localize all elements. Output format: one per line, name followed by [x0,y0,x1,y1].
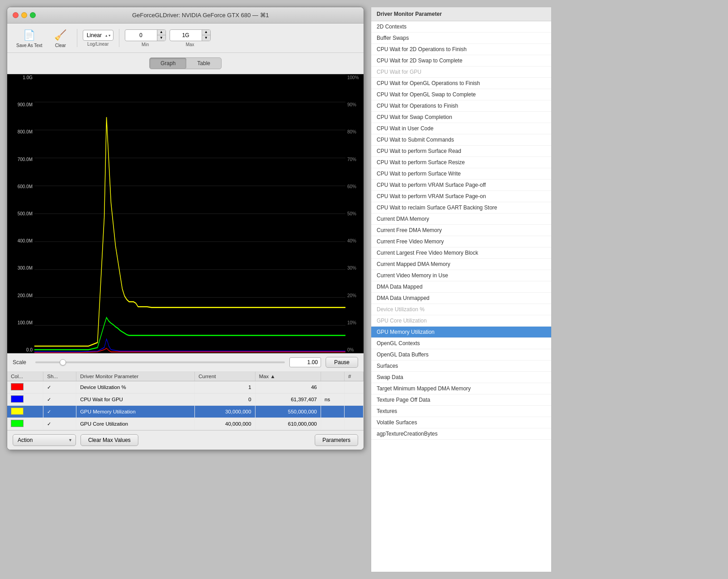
y-pct-8: 80% [347,129,362,134]
param-list-item[interactable]: 2D Contexts [371,21,551,33]
col-header-show[interactable]: Sh... [43,372,76,381]
clear-button[interactable]: 🧹 Clear [50,26,71,50]
scale-value-input[interactable]: 1.00 [289,357,321,367]
col-header-unit[interactable] [321,372,344,381]
main-window: GeForceGLDriver: NVIDIA GeForce GTX 680 … [7,7,364,450]
table-cell-color [7,381,43,394]
param-list-item[interactable]: Current Largest Free Video Memory Block [371,247,551,259]
min-label: Min [142,42,149,47]
max-up-button[interactable]: ▲ [202,30,210,35]
param-list-item[interactable]: CPU Wait for 2D Operations to Finish [371,44,551,55]
scale-slider[interactable] [35,361,285,363]
graph-container: 1.0G 900.0M 800.0M 700.0M 600.0M 500.0M … [7,74,364,353]
table-row[interactable]: ✓ GPU Core Utilization 40,000,000 610,00… [7,418,364,430]
table-cell-color [7,394,43,406]
col-header-parameter[interactable]: Driver Monitor Parameter [76,372,195,381]
fullscreen-button[interactable] [30,12,36,18]
param-list-item[interactable]: GPU Memory Utilization [371,327,551,338]
graph-tab[interactable]: Graph [150,58,186,69]
param-list-item[interactable]: Textures [371,406,551,417]
close-button[interactable] [13,12,19,18]
table-cell-check: ✓ [43,406,76,418]
table-cell-color [7,406,43,418]
param-list-item[interactable]: Current Mapped DMA Memory [371,259,551,270]
table-cell-current: 40,000,000 [195,418,255,430]
param-list-item[interactable]: CPU Wait for Swap Completion [371,112,551,123]
col-header-max[interactable]: Max ▲ [255,372,321,381]
param-list-item[interactable]: OpenGL Data Buffers [371,349,551,361]
param-list-item[interactable]: CPU Wait for OpenGL Swap to Complete [371,89,551,100]
max-stepper: 1G ▲ ▼ [170,29,211,41]
max-input[interactable]: 1G [170,31,202,40]
y-label-5: 500.0M [9,211,33,216]
checkmark-icon: ✓ [47,409,51,414]
param-list-item[interactable]: agpTextureCreationBytes [371,428,551,440]
action-select[interactable]: Action [13,434,76,446]
min-up-button[interactable]: ▲ [157,30,165,35]
y-axis-left: 1.0G 900.0M 800.0M 700.0M 600.0M 500.0M … [7,74,34,353]
table-cell-param: GPU Memory Utilization [76,406,195,418]
param-list-item[interactable]: CPU Wait to perform VRAM Surface Page-on [371,191,551,202]
clear-icon: 🧹 [53,28,68,43]
table-row[interactable]: ✓ Device Utilization % 1 46 [7,381,364,394]
param-list-item[interactable]: Texture Page Off Data [371,394,551,406]
param-list-item[interactable]: CPU Wait to Submit Commands [371,134,551,146]
table-cell-unit: ns [321,394,344,406]
param-list-item[interactable]: OpenGL Contexts [371,338,551,349]
param-list-item[interactable]: Device Utilization % [371,304,551,315]
param-list-item[interactable]: Current Free DMA Memory [371,225,551,236]
param-list-item[interactable]: Current Video Memory in Use [371,270,551,281]
y-pct-2: 20% [347,293,362,298]
param-list-item[interactable]: Buffer Swaps [371,33,551,44]
param-list-item[interactable]: CPU Wait to reclaim Surface GART Backing… [371,202,551,214]
param-list-item[interactable]: CPU Wait for Operations to Finish [371,100,551,112]
param-list-item[interactable]: DMA Data Unmapped [371,293,551,304]
param-list-item[interactable]: Current DMA Memory [371,214,551,225]
y-axis-right: 100% 90% 80% 70% 60% 50% 40% 30% 20% 10%… [345,74,364,353]
param-list-item[interactable]: Current Free Video Memory [371,236,551,247]
col-header-current[interactable]: Current [195,372,255,381]
color-swatch [11,395,24,403]
table-row[interactable]: ✓ CPU Wait for GPU 0 61,397,407 ns [7,394,364,406]
col-header-color[interactable]: Col... [7,372,43,381]
pause-button[interactable]: Pause [326,357,358,368]
min-input[interactable]: 0 [125,31,157,40]
param-list-item[interactable]: CPU Wait for 2D Swap to Complete [371,55,551,66]
table-tab[interactable]: Table [186,58,221,69]
table-cell-param: Device Utilization % [76,381,195,394]
param-list-item[interactable]: CPU Wait to perform Surface Read [371,146,551,157]
minimize-button[interactable] [21,12,27,18]
col-header-hash[interactable]: # [344,372,363,381]
min-stepper: 0 ▲ ▼ [125,29,166,41]
log-linear-select-wrapper: Linear Log [83,30,113,41]
table-cell-check: ✓ [43,418,76,430]
param-list-item[interactable]: CPU Wait in User Code [371,123,551,134]
param-list-item[interactable]: CPU Wait for OpenGL Operations to Finish [371,78,551,89]
min-down-button[interactable]: ▼ [157,35,165,41]
table-row[interactable]: ✓ GPU Memory Utilization 30,000,000 550,… [7,406,364,418]
param-list-item[interactable]: DMA Data Mapped [371,281,551,293]
traffic-lights [13,12,36,18]
save-as-text-button[interactable]: 📄 Save As Text [13,26,46,50]
param-list-item[interactable]: Target Minimum Mapped DMA Memory [371,383,551,394]
parameters-button[interactable]: Parameters [315,434,358,446]
max-stepper-buttons: ▲ ▼ [202,30,210,41]
log-linear-select[interactable]: Linear Log [83,30,113,41]
param-list-item[interactable]: CPU Wait to perform VRAM Surface Page-of… [371,180,551,191]
param-list-item[interactable]: Swap Data [371,372,551,383]
param-list: 2D ContextsBuffer SwapsCPU Wait for 2D O… [371,21,551,572]
param-list-item[interactable]: CPU Wait to perform Surface Resize [371,157,551,168]
view-segment-control: Graph Table [149,57,222,69]
color-swatch [11,420,24,427]
param-list-item[interactable]: GPU Core Utilization [371,315,551,327]
max-down-button[interactable]: ▼ [202,35,210,41]
y-pct-1: 10% [347,320,362,325]
divider [77,29,77,47]
y-pct-3: 30% [347,266,362,271]
param-list-item[interactable]: CPU Wait to perform Surface Write [371,168,551,180]
clear-max-button[interactable]: Clear Max Values [80,434,138,446]
param-list-item[interactable]: Surfaces [371,361,551,372]
param-list-item[interactable]: Volatile Surfaces [371,417,551,428]
param-list-item[interactable]: CPU Wait for GPU [371,66,551,78]
max-group: 1G ▲ ▼ Max [170,29,211,47]
